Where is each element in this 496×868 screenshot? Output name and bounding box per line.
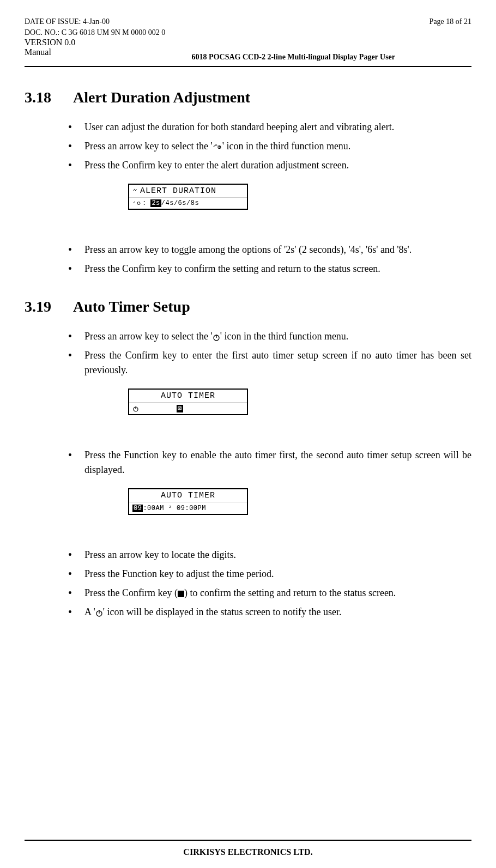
lcd-line1: AUTO TIMER: [129, 489, 247, 502]
list-item: Press the Confirm key to enter the first…: [68, 348, 471, 378]
lcd-line1: ALERT DURATION: [129, 185, 247, 198]
section-number: 3.19: [25, 298, 51, 315]
footer-text: CIRKISYS ELECTRONICS LTD.: [0, 847, 496, 857]
alert-icon: [132, 200, 142, 207]
list-item: Press the Confirm key to enter the alert…: [68, 158, 471, 173]
lcd-selected: 09: [132, 505, 143, 512]
page-header: DATE OF ISSUE: 4-Jan-00 DOC. NO.: C 3G 6…: [25, 16, 471, 62]
square-icon: [178, 591, 184, 597]
power-icon: [213, 333, 220, 341]
footer-divider: [25, 840, 471, 841]
list-item: User can adjust the duration for both st…: [68, 120, 471, 135]
disabled-icon: ⊠: [177, 405, 183, 412]
lcd-alert-duration: ALERT DURATION : 2s/4s/6s/8s: [128, 184, 248, 210]
header-title: 6018 POCSAG CCD-2 2-line Multi-lingual D…: [159, 38, 428, 62]
lcd-auto-timer-1: AUTO TIMER ⊠: [128, 389, 248, 415]
lcd-line2: 09:00AM ᶻ 09:00PM: [129, 502, 247, 514]
power-icon: [95, 609, 103, 617]
bullet-list-318b: Press an arrow key to toggle among the o…: [25, 242, 471, 276]
bullet-list-319c: Press an arrow key to locate the digits.…: [25, 548, 471, 620]
list-item: Press the Function key to enable the aut…: [68, 448, 471, 477]
bullet-list-319b: Press the Function key to enable the aut…: [25, 448, 471, 477]
alert-icon: [213, 144, 222, 150]
list-item: Press an arrow key to select the '' icon…: [68, 329, 471, 344]
header-page: Page 18 of 21: [430, 16, 471, 27]
section-heading-318: 3.18 Alert Duration Adjustment: [25, 89, 471, 106]
signal-icon: [132, 187, 140, 194]
section-heading-319: 3.19 Auto Timer Setup: [25, 298, 471, 315]
list-item: A '' icon will be displayed in the statu…: [68, 605, 471, 620]
section-title: Alert Duration Adjustment: [73, 89, 250, 106]
list-item: Press the Function key to adjust the tim…: [68, 567, 471, 581]
list-item: Press an arrow key to toggle among the o…: [68, 242, 471, 257]
header-divider: [25, 66, 471, 67]
lcd-line2: ⊠: [129, 403, 247, 414]
lcd-selected: 2s: [150, 199, 161, 207]
power-icon: [132, 405, 139, 412]
list-item: Press the Confirm key to confirm the set…: [68, 262, 471, 276]
list-item: Press the Confirm key () to confirm the …: [68, 586, 471, 600]
header-version: VERSION 0.0: [25, 38, 159, 47]
header-doc: DOC. NO.: C 3G 6018 UM 9N M 0000 002 0: [25, 27, 430, 38]
list-item: Press an arrow key to locate the digits.: [68, 548, 471, 562]
header-date: DATE OF ISSUE: 4-Jan-00: [25, 16, 430, 27]
section-title: Auto Timer Setup: [73, 298, 190, 315]
bullet-list-318a: User can adjust the duration for both st…: [25, 120, 471, 173]
lcd-line1: AUTO TIMER: [129, 390, 247, 403]
list-item: Press an arrow key to select the '' icon…: [68, 139, 471, 154]
lcd-line2: : 2s/4s/6s/8s: [129, 198, 247, 209]
section-number: 3.18: [25, 89, 51, 106]
bullet-list-319a: Press an arrow key to select the '' icon…: [25, 329, 471, 378]
lcd-auto-timer-2: AUTO TIMER 09:00AM ᶻ 09:00PM: [128, 488, 248, 515]
header-manual: Manual: [25, 47, 159, 57]
